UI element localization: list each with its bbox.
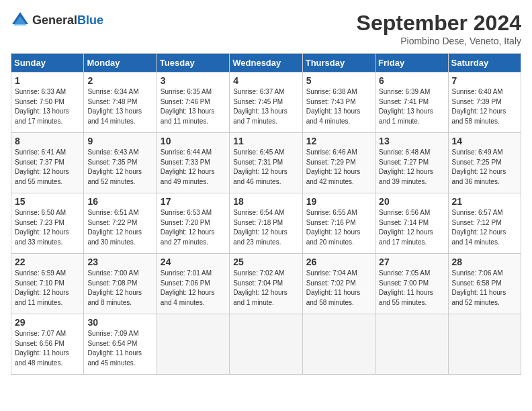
calendar-cell: 20Sunrise: 6:56 AMSunset: 7:14 PMDayligh… [375, 193, 448, 254]
calendar-cell: 17Sunrise: 6:53 AMSunset: 7:20 PMDayligh… [157, 193, 229, 254]
calendar-cell: 29Sunrise: 7:07 AMSunset: 6:56 PMDayligh… [11, 314, 84, 375]
weekday-header-sunday: Sunday [11, 54, 84, 73]
logo: GeneralBlue [11, 11, 103, 30]
day-info: Sunrise: 6:45 AMSunset: 7:31 PMDaylight:… [233, 148, 298, 187]
calendar-cell [230, 314, 302, 375]
day-number: 29 [15, 317, 80, 328]
day-info: Sunrise: 6:46 AMSunset: 7:29 PMDaylight:… [306, 148, 371, 187]
day-number: 9 [87, 136, 152, 146]
calendar-cell: 18Sunrise: 6:54 AMSunset: 7:18 PMDayligh… [230, 193, 302, 254]
calendar-cell: 19Sunrise: 6:55 AMSunset: 7:16 PMDayligh… [302, 193, 375, 254]
calendar-cell: 11Sunrise: 6:45 AMSunset: 7:31 PMDayligh… [230, 133, 302, 193]
day-number: 22 [15, 257, 80, 267]
calendar-cell: 27Sunrise: 7:05 AMSunset: 7:00 PMDayligh… [375, 254, 448, 314]
day-info: Sunrise: 6:38 AMSunset: 7:43 PMDaylight:… [306, 87, 371, 126]
day-info: Sunrise: 6:34 AMSunset: 7:48 PMDaylight:… [87, 87, 152, 126]
title-area: September 2024 Piombino Dese, Veneto, It… [357, 11, 521, 46]
day-number: 13 [379, 136, 444, 146]
day-info: Sunrise: 6:49 AMSunset: 7:25 PMDaylight:… [452, 148, 517, 187]
day-info: Sunrise: 6:33 AMSunset: 7:50 PMDaylight:… [15, 87, 80, 126]
weekday-header-thursday: Thursday [302, 54, 375, 73]
calendar-table: SundayMondayTuesdayWednesdayThursdayFrid… [11, 53, 521, 375]
calendar-week-row: 29Sunrise: 7:07 AMSunset: 6:56 PMDayligh… [11, 314, 521, 375]
day-info: Sunrise: 6:57 AMSunset: 7:12 PMDaylight:… [452, 208, 517, 247]
day-number: 6 [379, 75, 444, 86]
day-number: 25 [233, 257, 298, 267]
day-info: Sunrise: 6:40 AMSunset: 7:39 PMDaylight:… [452, 87, 517, 126]
day-info: Sunrise: 7:00 AMSunset: 7:08 PMDaylight:… [87, 269, 152, 308]
page-header: GeneralBlue September 2024 Piombino Dese… [11, 11, 521, 46]
day-number: 8 [15, 136, 80, 146]
day-number: 30 [87, 317, 152, 328]
calendar-cell: 13Sunrise: 6:48 AMSunset: 7:27 PMDayligh… [375, 133, 448, 193]
weekday-header-tuesday: Tuesday [157, 54, 229, 73]
calendar-cell: 16Sunrise: 6:51 AMSunset: 7:22 PMDayligh… [84, 193, 157, 254]
calendar-cell: 5Sunrise: 6:38 AMSunset: 7:43 PMDaylight… [302, 73, 375, 133]
calendar-cell: 24Sunrise: 7:01 AMSunset: 7:06 PMDayligh… [157, 254, 229, 314]
calendar-week-row: 8Sunrise: 6:41 AMSunset: 7:37 PMDaylight… [11, 133, 521, 193]
day-info: Sunrise: 6:54 AMSunset: 7:18 PMDaylight:… [233, 208, 298, 247]
calendar-cell: 3Sunrise: 6:35 AMSunset: 7:46 PMDaylight… [157, 73, 229, 133]
day-info: Sunrise: 6:48 AMSunset: 7:27 PMDaylight:… [379, 148, 444, 187]
day-number: 14 [452, 136, 517, 146]
day-number: 18 [233, 196, 298, 207]
day-number: 11 [233, 136, 298, 146]
day-info: Sunrise: 6:51 AMSunset: 7:22 PMDaylight:… [87, 208, 152, 247]
calendar-week-row: 22Sunrise: 6:59 AMSunset: 7:10 PMDayligh… [11, 254, 521, 314]
month-title: September 2024 [357, 11, 521, 36]
day-number: 28 [452, 257, 517, 267]
logo-text-blue: Blue [77, 13, 103, 27]
day-number: 10 [161, 136, 226, 146]
day-info: Sunrise: 7:07 AMSunset: 6:56 PMDaylight:… [15, 329, 80, 368]
calendar-cell [302, 314, 375, 375]
calendar-cell: 12Sunrise: 6:46 AMSunset: 7:29 PMDayligh… [302, 133, 375, 193]
day-info: Sunrise: 6:53 AMSunset: 7:20 PMDaylight:… [161, 208, 226, 247]
calendar-cell: 6Sunrise: 6:39 AMSunset: 7:41 PMDaylight… [375, 73, 448, 133]
calendar-cell: 22Sunrise: 6:59 AMSunset: 7:10 PMDayligh… [11, 254, 84, 314]
day-number: 27 [379, 257, 444, 267]
day-info: Sunrise: 6:59 AMSunset: 7:10 PMDaylight:… [15, 269, 80, 308]
calendar-cell: 23Sunrise: 7:00 AMSunset: 7:08 PMDayligh… [84, 254, 157, 314]
day-number: 21 [452, 196, 517, 207]
day-number: 2 [87, 75, 152, 86]
day-number: 4 [233, 75, 298, 86]
calendar-cell: 26Sunrise: 7:04 AMSunset: 7:02 PMDayligh… [302, 254, 375, 314]
day-number: 26 [306, 257, 371, 267]
day-info: Sunrise: 6:44 AMSunset: 7:33 PMDaylight:… [161, 148, 226, 187]
calendar-cell: 30Sunrise: 7:09 AMSunset: 6:54 PMDayligh… [84, 314, 157, 375]
logo-text-general: General [32, 13, 77, 27]
day-info: Sunrise: 7:05 AMSunset: 7:00 PMDaylight:… [379, 269, 444, 308]
day-info: Sunrise: 7:06 AMSunset: 6:58 PMDaylight:… [452, 269, 517, 308]
day-info: Sunrise: 6:39 AMSunset: 7:41 PMDaylight:… [379, 87, 444, 126]
day-info: Sunrise: 7:02 AMSunset: 7:04 PMDaylight:… [233, 269, 298, 308]
calendar-week-row: 1Sunrise: 6:33 AMSunset: 7:50 PMDaylight… [11, 73, 521, 133]
calendar-cell: 7Sunrise: 6:40 AMSunset: 7:39 PMDaylight… [448, 73, 521, 133]
calendar-cell [375, 314, 448, 375]
calendar-cell: 15Sunrise: 6:50 AMSunset: 7:23 PMDayligh… [11, 193, 84, 254]
day-info: Sunrise: 6:35 AMSunset: 7:46 PMDaylight:… [161, 87, 226, 126]
weekday-header-wednesday: Wednesday [230, 54, 302, 73]
day-info: Sunrise: 6:37 AMSunset: 7:45 PMDaylight:… [233, 87, 298, 126]
calendar-cell: 14Sunrise: 6:49 AMSunset: 7:25 PMDayligh… [448, 133, 521, 193]
calendar-cell: 8Sunrise: 6:41 AMSunset: 7:37 PMDaylight… [11, 133, 84, 193]
day-info: Sunrise: 7:01 AMSunset: 7:06 PMDaylight:… [161, 269, 226, 308]
calendar-week-row: 15Sunrise: 6:50 AMSunset: 7:23 PMDayligh… [11, 193, 521, 254]
day-number: 16 [87, 196, 152, 207]
day-number: 19 [306, 196, 371, 207]
day-number: 24 [161, 257, 226, 267]
day-number: 20 [379, 196, 444, 207]
calendar-cell: 9Sunrise: 6:43 AMSunset: 7:35 PMDaylight… [84, 133, 157, 193]
day-number: 1 [15, 75, 80, 86]
calendar-cell [448, 314, 521, 375]
day-number: 7 [452, 75, 517, 86]
location-title: Piombino Dese, Veneto, Italy [357, 36, 521, 46]
day-info: Sunrise: 7:09 AMSunset: 6:54 PMDaylight:… [87, 329, 152, 368]
calendar-cell: 28Sunrise: 7:06 AMSunset: 6:58 PMDayligh… [448, 254, 521, 314]
day-number: 23 [87, 257, 152, 267]
day-info: Sunrise: 6:55 AMSunset: 7:16 PMDaylight:… [306, 208, 371, 247]
day-info: Sunrise: 6:56 AMSunset: 7:14 PMDaylight:… [379, 208, 444, 247]
day-number: 3 [161, 75, 226, 86]
logo-icon [11, 11, 30, 30]
weekday-header-monday: Monday [84, 54, 157, 73]
calendar-cell: 25Sunrise: 7:02 AMSunset: 7:04 PMDayligh… [230, 254, 302, 314]
